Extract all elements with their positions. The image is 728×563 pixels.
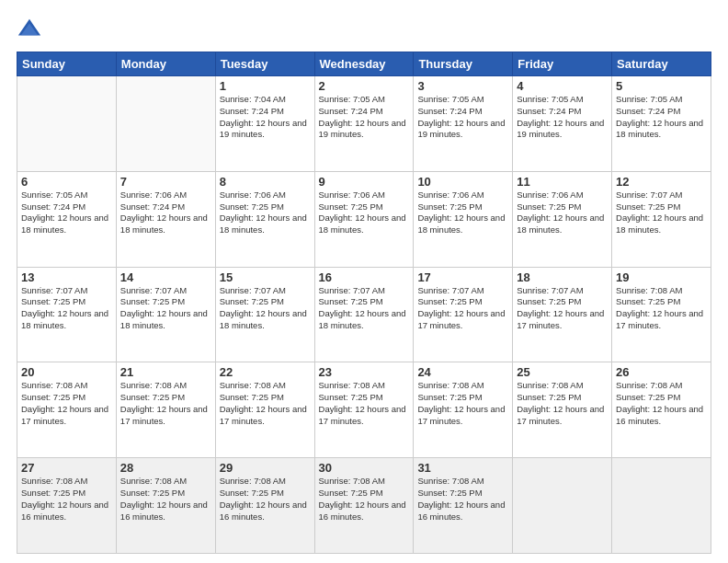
day-number: 29 — [220, 461, 311, 475]
weekday-header-sunday: Sunday — [17, 52, 117, 76]
day-info: Sunrise: 7:08 AMSunset: 7:25 PMDaylight:… — [220, 380, 311, 427]
calendar-cell: 5Sunrise: 7:05 AMSunset: 7:24 PMDaylight… — [612, 76, 711, 172]
day-info: Sunrise: 7:08 AMSunset: 7:25 PMDaylight:… — [517, 380, 608, 427]
calendar-cell: 20Sunrise: 7:08 AMSunset: 7:25 PMDayligh… — [17, 362, 117, 458]
calendar-week-row: 13Sunrise: 7:07 AMSunset: 7:25 PMDayligh… — [17, 267, 711, 362]
day-number: 24 — [417, 365, 508, 379]
day-info: Sunrise: 7:07 AMSunset: 7:25 PMDaylight:… — [417, 285, 508, 332]
day-info: Sunrise: 7:08 AMSunset: 7:25 PMDaylight:… — [220, 476, 311, 523]
calendar-cell: 11Sunrise: 7:06 AMSunset: 7:25 PMDayligh… — [513, 171, 612, 267]
day-info: Sunrise: 7:05 AMSunset: 7:24 PMDaylight:… — [517, 94, 608, 141]
day-number: 8 — [220, 175, 311, 189]
day-number: 21 — [120, 365, 211, 379]
day-number: 11 — [517, 175, 608, 189]
day-number: 15 — [220, 270, 311, 284]
day-info: Sunrise: 7:07 AMSunset: 7:25 PMDaylight:… — [220, 285, 311, 332]
calendar-cell: 18Sunrise: 7:07 AMSunset: 7:25 PMDayligh… — [513, 267, 612, 362]
weekday-header-monday: Monday — [116, 52, 215, 76]
day-number: 2 — [319, 79, 410, 93]
calendar-cell: 1Sunrise: 7:04 AMSunset: 7:24 PMDaylight… — [215, 76, 314, 172]
day-info: Sunrise: 7:06 AMSunset: 7:25 PMDaylight:… — [319, 190, 410, 236]
calendar-cell: 2Sunrise: 7:05 AMSunset: 7:24 PMDaylight… — [314, 76, 414, 172]
logo-icon — [17, 17, 42, 42]
weekday-header-saturday: Saturday — [612, 52, 711, 76]
day-number: 28 — [120, 461, 211, 475]
weekday-header-thursday: Thursday — [414, 52, 513, 76]
calendar-cell: 26Sunrise: 7:08 AMSunset: 7:25 PMDayligh… — [612, 362, 711, 458]
day-number: 5 — [616, 79, 707, 93]
weekday-header-wednesday: Wednesday — [314, 52, 414, 76]
header — [17, 17, 711, 42]
day-number: 6 — [21, 175, 112, 189]
calendar-cell — [612, 458, 711, 554]
calendar-cell: 16Sunrise: 7:07 AMSunset: 7:25 PMDayligh… — [314, 267, 414, 362]
day-number: 7 — [120, 175, 211, 189]
day-info: Sunrise: 7:06 AMSunset: 7:25 PMDaylight:… — [417, 190, 508, 236]
day-info: Sunrise: 7:05 AMSunset: 7:24 PMDaylight:… — [21, 190, 112, 236]
day-info: Sunrise: 7:06 AMSunset: 7:25 PMDaylight:… — [517, 190, 608, 236]
calendar-table: SundayMondayTuesdayWednesdayThursdayFrid… — [17, 52, 711, 554]
day-number: 18 — [517, 270, 608, 284]
day-number: 1 — [220, 79, 311, 93]
calendar-cell: 21Sunrise: 7:08 AMSunset: 7:25 PMDayligh… — [116, 362, 215, 458]
day-info: Sunrise: 7:08 AMSunset: 7:25 PMDaylight:… — [417, 476, 508, 523]
calendar-cell — [17, 76, 117, 172]
weekday-header-tuesday: Tuesday — [215, 52, 314, 76]
day-number: 14 — [120, 270, 211, 284]
day-info: Sunrise: 7:08 AMSunset: 7:25 PMDaylight:… — [21, 476, 112, 523]
calendar-cell: 22Sunrise: 7:08 AMSunset: 7:25 PMDayligh… — [215, 362, 314, 458]
calendar-cell: 31Sunrise: 7:08 AMSunset: 7:25 PMDayligh… — [414, 458, 513, 554]
day-number: 17 — [417, 270, 508, 284]
day-info: Sunrise: 7:08 AMSunset: 7:25 PMDaylight:… — [120, 476, 211, 523]
day-number: 12 — [616, 175, 707, 189]
calendar-week-row: 20Sunrise: 7:08 AMSunset: 7:25 PMDayligh… — [17, 362, 711, 458]
day-number: 19 — [616, 270, 707, 284]
day-number: 10 — [417, 175, 508, 189]
day-info: Sunrise: 7:07 AMSunset: 7:25 PMDaylight:… — [120, 285, 211, 332]
day-info: Sunrise: 7:07 AMSunset: 7:25 PMDaylight:… — [517, 285, 608, 332]
day-number: 27 — [21, 461, 112, 475]
day-info: Sunrise: 7:07 AMSunset: 7:25 PMDaylight:… — [21, 285, 112, 332]
day-number: 13 — [21, 270, 112, 284]
calendar-cell: 13Sunrise: 7:07 AMSunset: 7:25 PMDayligh… — [17, 267, 117, 362]
calendar-week-row: 1Sunrise: 7:04 AMSunset: 7:24 PMDaylight… — [17, 76, 711, 172]
calendar-cell: 29Sunrise: 7:08 AMSunset: 7:25 PMDayligh… — [215, 458, 314, 554]
day-info: Sunrise: 7:08 AMSunset: 7:25 PMDaylight:… — [616, 285, 707, 332]
day-number: 30 — [319, 461, 410, 475]
day-number: 22 — [220, 365, 311, 379]
calendar-cell — [513, 458, 612, 554]
calendar-cell: 6Sunrise: 7:05 AMSunset: 7:24 PMDaylight… — [17, 171, 117, 267]
calendar-cell: 14Sunrise: 7:07 AMSunset: 7:25 PMDayligh… — [116, 267, 215, 362]
day-info: Sunrise: 7:08 AMSunset: 7:25 PMDaylight:… — [120, 380, 211, 427]
day-number: 3 — [417, 79, 508, 93]
day-info: Sunrise: 7:08 AMSunset: 7:25 PMDaylight:… — [21, 380, 112, 427]
day-info: Sunrise: 7:05 AMSunset: 7:24 PMDaylight:… — [417, 94, 508, 141]
calendar-week-row: 6Sunrise: 7:05 AMSunset: 7:24 PMDaylight… — [17, 171, 711, 267]
day-info: Sunrise: 7:05 AMSunset: 7:24 PMDaylight:… — [319, 94, 410, 141]
calendar-week-row: 27Sunrise: 7:08 AMSunset: 7:25 PMDayligh… — [17, 458, 711, 554]
day-number: 20 — [21, 365, 112, 379]
calendar-cell: 4Sunrise: 7:05 AMSunset: 7:24 PMDaylight… — [513, 76, 612, 172]
calendar-cell: 3Sunrise: 7:05 AMSunset: 7:24 PMDaylight… — [414, 76, 513, 172]
day-number: 4 — [517, 79, 608, 93]
logo — [17, 17, 46, 42]
day-number: 26 — [616, 365, 707, 379]
day-info: Sunrise: 7:08 AMSunset: 7:25 PMDaylight:… — [319, 476, 410, 523]
day-info: Sunrise: 7:05 AMSunset: 7:24 PMDaylight:… — [616, 94, 707, 141]
day-info: Sunrise: 7:06 AMSunset: 7:25 PMDaylight:… — [220, 190, 311, 236]
calendar-header-row: SundayMondayTuesdayWednesdayThursdayFrid… — [17, 52, 711, 76]
calendar-cell: 23Sunrise: 7:08 AMSunset: 7:25 PMDayligh… — [314, 362, 414, 458]
day-info: Sunrise: 7:08 AMSunset: 7:25 PMDaylight:… — [417, 380, 508, 427]
day-number: 31 — [417, 461, 508, 475]
calendar-cell — [116, 76, 215, 172]
day-info: Sunrise: 7:04 AMSunset: 7:24 PMDaylight:… — [220, 94, 311, 141]
day-number: 9 — [319, 175, 410, 189]
calendar-cell: 8Sunrise: 7:06 AMSunset: 7:25 PMDaylight… — [215, 171, 314, 267]
calendar-cell: 10Sunrise: 7:06 AMSunset: 7:25 PMDayligh… — [414, 171, 513, 267]
calendar-cell: 24Sunrise: 7:08 AMSunset: 7:25 PMDayligh… — [414, 362, 513, 458]
calendar-cell: 30Sunrise: 7:08 AMSunset: 7:25 PMDayligh… — [314, 458, 414, 554]
calendar-cell: 7Sunrise: 7:06 AMSunset: 7:24 PMDaylight… — [116, 171, 215, 267]
day-number: 23 — [319, 365, 410, 379]
day-info: Sunrise: 7:08 AMSunset: 7:25 PMDaylight:… — [319, 380, 410, 427]
calendar-cell: 19Sunrise: 7:08 AMSunset: 7:25 PMDayligh… — [612, 267, 711, 362]
